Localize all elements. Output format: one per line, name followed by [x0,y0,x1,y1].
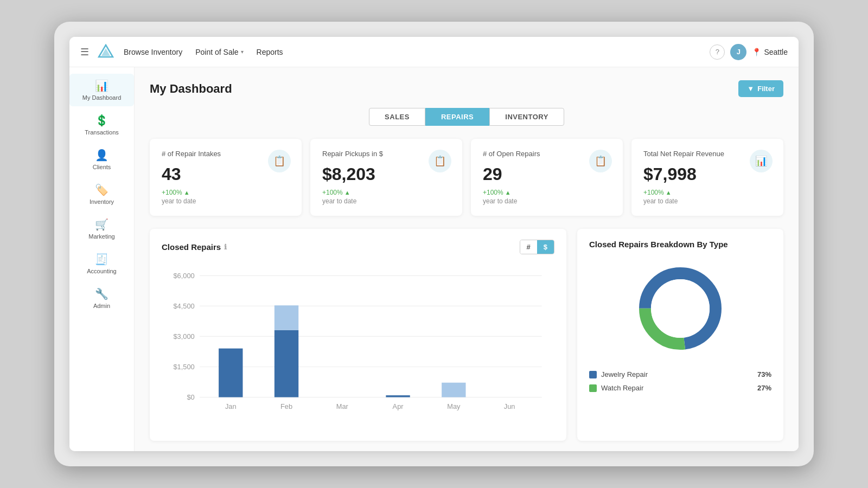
page-title: My Dashboard [150,82,232,96]
bottom-section: Closed Repairs ℹ # $ [150,229,783,441]
donut-card: Closed Repairs Breakdown By Type [577,229,783,441]
clients-icon: 👤 [95,149,108,162]
stat-card-repair-intakes: # of Repair Intakes 43 +100%▲ year to da… [150,139,302,216]
svg-rect-12 [219,349,242,397]
browse-inventory-link[interactable]: Browse Inventory [124,48,182,56]
watch-pct: 27% [757,384,771,392]
stat-card-period-2: year to date [322,197,450,205]
chart-header: Closed Repairs ℹ # $ [162,240,554,254]
svg-text:$3,000: $3,000 [173,332,194,341]
sidebar-item-inventory[interactable]: 🏷️ Inventory [69,178,134,210]
stat-cards: # of Repair Intakes 43 +100%▲ year to da… [150,139,783,216]
svg-text:$4,500: $4,500 [173,302,194,310]
chart-title: Closed Repairs ℹ [162,242,227,252]
reports-link[interactable]: Reports [257,48,283,56]
content-area: My Dashboard ▼ Filter SALES REPAIRS INVE… [135,67,799,451]
svg-rect-13 [275,330,298,397]
stat-card-period-1: year to date [162,197,290,205]
stat-card-icon-2: 📋 [429,150,451,172]
filter-button[interactable]: ▼ Filter [738,80,783,97]
sidebar-item-dashboard[interactable]: 📊 My Dashboard [69,74,134,106]
tab-sales[interactable]: SALES [369,108,425,126]
transactions-icon: 💲 [95,114,108,127]
chart-card: Closed Repairs ℹ # $ [150,229,566,441]
sidebar-label-clients: Clients [93,164,111,170]
svg-text:Mar: Mar [336,402,349,410]
stat-card-period-4: year to date [643,197,771,205]
logo-icon [97,43,115,61]
stat-card-open-repairs: # of Open Repairs 29 +100%▲ year to date… [471,139,623,216]
stat-card-repair-pickups: Repair Pickups in $ $8,203 +100%▲ year t… [310,139,462,216]
sidebar-label-transactions: Transactions [85,129,119,136]
jewelry-pct: 73% [757,370,771,378]
sidebar-label-accounting: Accounting [87,268,116,274]
svg-rect-15 [386,395,410,397]
sidebar-item-marketing[interactable]: 🛒 Marketing [69,213,134,245]
stat-card-change-4: +100%▲ [643,189,771,196]
svg-rect-16 [442,383,465,397]
sidebar-label-inventory: Inventory [90,198,114,205]
device-frame: ☰ Browse Inventory Point of Sale ▾ Repor… [54,22,814,466]
point-of-sale-link[interactable]: Point of Sale ▾ [195,48,243,56]
marketing-icon: 🛒 [95,218,108,231]
svg-text:Feb: Feb [280,402,292,410]
svg-text:$6,000: $6,000 [173,272,194,280]
location-badge[interactable]: 📍 Seattle [752,48,788,56]
help-button[interactable]: ? [710,44,725,60]
sidebar-item-admin[interactable]: 🔧 Admin [69,282,134,314]
svg-text:Jun: Jun [504,402,515,410]
sidebar: 📊 My Dashboard 💲 Transactions 👤 Clients … [69,67,135,451]
watch-label: Watch Repair [601,384,643,392]
accounting-icon: 🧾 [95,253,108,266]
info-icon[interactable]: ℹ [224,243,227,251]
inventory-icon: 🏷️ [95,183,108,196]
filter-icon: ▼ [747,85,754,93]
watch-color-dot [589,384,597,392]
svg-text:Jan: Jan [225,402,237,410]
donut-title: Closed Repairs Breakdown By Type [589,240,771,249]
donut-chart-svg [631,260,729,357]
stat-card-icon-4: 📊 [750,150,773,172]
toggle-count-button[interactable]: # [520,240,537,254]
svg-rect-14 [275,305,298,330]
app-window: ☰ Browse Inventory Point of Sale ▾ Repor… [69,37,799,451]
sidebar-item-transactions[interactable]: 💲 Transactions [69,108,134,141]
sidebar-item-accounting[interactable]: 🧾 Accounting [69,247,134,280]
location-label: Seattle [764,48,788,56]
stat-card-change-1: +100%▲ [162,189,290,196]
tab-repairs[interactable]: REPAIRS [425,108,489,126]
stat-card-change-2: +100%▲ [322,189,450,196]
admin-icon: 🔧 [95,287,108,300]
bar-chart-svg: $6,000 $4,500 $3,000 $1,500 $0 [162,263,554,428]
stat-card-change-3: +100%▲ [483,189,611,196]
stat-card-period-3: year to date [483,197,611,205]
nav-right: ? J 📍 Seattle [710,44,788,60]
user-avatar[interactable]: J [730,44,746,60]
sidebar-label-marketing: Marketing [88,233,114,240]
stat-card-net-revenue: Total Net Repair Revenue $7,998 +100%▲ y… [631,139,783,216]
sidebar-item-clients[interactable]: 👤 Clients [69,143,134,176]
hamburger-icon[interactable]: ☰ [80,46,89,58]
sidebar-label-admin: Admin [93,303,110,309]
sidebar-label-dashboard: My Dashboard [82,94,122,101]
svg-text:May: May [447,402,461,410]
top-nav: ☰ Browse Inventory Point of Sale ▾ Repor… [69,37,799,67]
jewelry-label: Jewelry Repair [601,370,648,378]
chevron-down-icon: ▾ [241,49,244,55]
svg-text:$0: $0 [187,393,194,401]
nav-links: Browse Inventory Point of Sale ▾ Reports [124,48,710,56]
tab-group: SALES REPAIRS INVENTORY [150,108,783,126]
svg-text:Apr: Apr [393,402,404,410]
stat-card-icon-1: 📋 [268,150,291,172]
legend-item-watch: Watch Repair 27% [589,384,771,392]
chart-toggle: # $ [520,240,554,254]
main-area: 📊 My Dashboard 💲 Transactions 👤 Clients … [69,67,799,451]
toggle-dollar-button[interactable]: $ [537,240,554,254]
tab-inventory[interactable]: INVENTORY [489,108,564,126]
donut-wrap [589,260,771,357]
location-icon: 📍 [752,48,761,56]
stat-card-icon-3: 📋 [589,150,612,172]
content-header: My Dashboard ▼ Filter [150,80,783,97]
svg-point-25 [651,279,710,338]
legend-item-jewelry: Jewelry Repair 73% [589,370,771,378]
